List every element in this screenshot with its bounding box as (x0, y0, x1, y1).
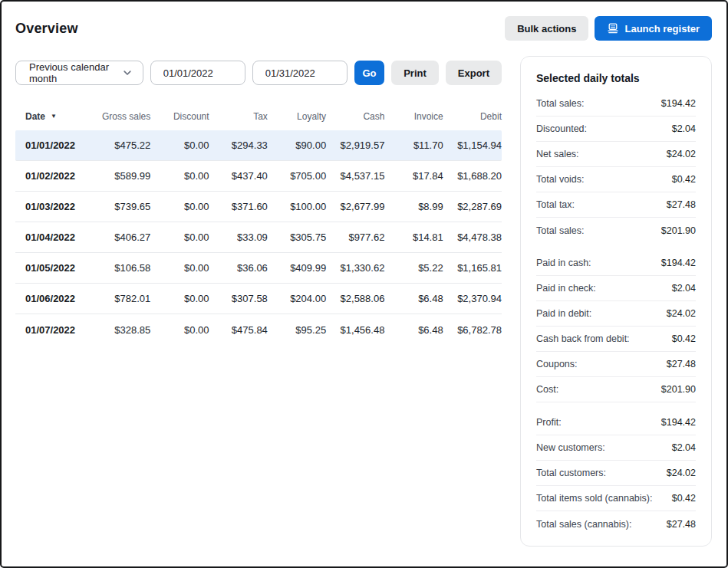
totals-value: $0.42 (672, 493, 696, 504)
totals-value: $27.48 (667, 519, 696, 530)
column-header-debit[interactable]: Debit (443, 111, 502, 122)
print-button[interactable]: Print (391, 61, 439, 85)
column-header-label: Gross sales (102, 111, 150, 122)
totals-label: Cash back from debit: (536, 333, 630, 344)
start-date-input[interactable] (150, 61, 245, 85)
table-row[interactable]: 01/04/2022$406.27$0.00$33.09$305.75$977.… (15, 222, 502, 253)
table-row[interactable]: 01/05/2022$106.58$0.00$36.06$409.99$1,33… (15, 253, 502, 284)
totals-groups: Total sales:$194.42Discounted:$2.04Net s… (536, 91, 696, 537)
value-cell: $305.75 (268, 231, 326, 243)
column-header-label: Cash (363, 111, 384, 122)
value-cell: $33.09 (209, 231, 268, 243)
cash-register-icon (607, 22, 619, 34)
value-cell: $4,537.15 (326, 170, 384, 182)
value-cell: $475.22 (92, 140, 150, 151)
top-actions: Bulk actions Launch register (505, 16, 712, 41)
totals-value: $2.04 (672, 123, 696, 134)
date-cell: 01/01/2022 (15, 140, 92, 151)
totals-value: $0.42 (672, 174, 696, 185)
date-range-select[interactable]: Previous calendar month (15, 61, 143, 85)
export-button[interactable]: Export (446, 61, 502, 85)
column-header-tax[interactable]: Tax (209, 111, 268, 122)
value-cell: $1,330.62 (326, 262, 384, 274)
table-row[interactable]: 01/01/2022$475.22$0.00$294.33$90.00$2,91… (15, 130, 502, 161)
totals-value: $194.42 (661, 258, 696, 268)
column-header-invoice[interactable]: Invoice (384, 111, 443, 122)
column-header-discount[interactable]: Discount (150, 111, 209, 122)
launch-register-label: Launch register (624, 23, 700, 34)
daily-sales-table: Date▼Gross salesDiscountTaxLoyaltyCashIn… (15, 111, 502, 345)
go-button[interactable]: Go (354, 61, 385, 85)
totals-label: Paid in debit: (536, 308, 591, 319)
right-column: Selected daily totals Total sales:$194.4… (520, 56, 712, 547)
totals-group: Paid in cash:$194.42Paid in check:$2.04P… (536, 251, 696, 402)
totals-label: Total tax: (536, 199, 575, 210)
totals-row: Coupons:$27.48 (536, 352, 696, 377)
totals-label: Discounted: (536, 123, 587, 134)
value-cell: $11.70 (384, 140, 443, 151)
totals-value: $194.42 (661, 98, 696, 109)
value-cell: $739.65 (92, 201, 150, 212)
value-cell: $371.60 (209, 201, 268, 212)
totals-value: $27.48 (667, 359, 696, 369)
totals-value: $194.42 (661, 417, 696, 428)
value-cell: $6.48 (384, 293, 443, 304)
date-cell: 01/04/2022 (15, 231, 92, 243)
value-cell: $307.58 (209, 293, 268, 304)
end-date-input[interactable] (252, 61, 348, 85)
totals-value: $201.90 (661, 225, 696, 236)
value-cell: $409.99 (268, 262, 326, 274)
value-cell: $0.00 (150, 201, 209, 212)
column-header-gross-sales[interactable]: Gross sales (92, 111, 150, 122)
totals-row: Paid in cash:$194.42 (536, 251, 696, 276)
totals-group: Profit:$194.42New customers:$2.04Total c… (536, 410, 696, 537)
totals-label: Paid in check: (536, 283, 596, 294)
value-cell: $2,588.06 (326, 293, 384, 304)
value-cell: $14.81 (384, 231, 443, 243)
bulk-actions-button[interactable]: Bulk actions (505, 16, 588, 41)
table-row[interactable]: 01/02/2022$589.99$0.00$437.40$705.00$4,5… (15, 161, 502, 192)
totals-row: Profit:$194.42 (536, 410, 696, 435)
value-cell: $1,154.94 (443, 140, 502, 151)
value-cell: $0.00 (150, 140, 209, 151)
column-header-label: Tax (253, 111, 268, 122)
value-cell: $1,688.20 (443, 170, 502, 182)
totals-row: Total items sold (cannabis):$0.42 (536, 486, 696, 511)
totals-row: Discounted:$2.04 (536, 117, 696, 142)
launch-register-button[interactable]: Launch register (595, 16, 712, 41)
totals-panel-title: Selected daily totals (536, 72, 696, 84)
date-cell: 01/07/2022 (15, 324, 92, 336)
value-cell: $106.58 (92, 262, 150, 274)
filter-bar: Previous calendar month Go Print Export (15, 61, 502, 85)
totals-value: $2.04 (672, 283, 696, 294)
value-cell: $2,677.99 (326, 201, 384, 212)
chevron-down-icon (122, 67, 133, 78)
value-cell: $36.06 (209, 262, 268, 274)
totals-label: Total sales: (536, 98, 585, 109)
column-header-loyalty[interactable]: Loyalty (268, 111, 326, 122)
value-cell: $0.00 (150, 231, 209, 243)
table-row[interactable]: 01/07/2022$328.85$0.00$475.84$95.25$1,45… (15, 314, 502, 345)
value-cell: $0.00 (150, 324, 209, 336)
column-header-label: Discount (173, 111, 209, 122)
value-cell: $782.01 (92, 293, 150, 304)
value-cell: $0.00 (150, 262, 209, 274)
value-cell: $0.00 (150, 170, 209, 182)
date-range-select-value: Previous calendar month (29, 61, 122, 84)
column-header-label: Invoice (414, 111, 443, 122)
table-row[interactable]: 01/03/2022$739.65$0.00$371.60$100.00$2,6… (15, 192, 502, 222)
table-row[interactable]: 01/06/2022$782.01$0.00$307.58$204.00$2,5… (15, 284, 502, 314)
totals-value: $24.02 (667, 149, 696, 159)
value-cell: $2,919.57 (326, 140, 384, 151)
totals-label: Cost: (536, 384, 558, 395)
app-window: Overview Bulk actions Launch register (0, 0, 728, 568)
column-header-cash[interactable]: Cash (326, 111, 384, 122)
column-header-date[interactable]: Date▼ (15, 111, 92, 122)
date-cell: 01/05/2022 (15, 262, 92, 274)
sales-table-body: 01/01/2022$475.22$0.00$294.33$90.00$2,91… (15, 130, 502, 345)
value-cell: $8.99 (384, 201, 443, 212)
totals-row: Total sales:$194.42 (536, 91, 696, 117)
totals-label: Paid in cash: (536, 258, 591, 268)
totals-row: Paid in check:$2.04 (536, 276, 696, 301)
sort-desc-icon: ▼ (51, 113, 57, 120)
